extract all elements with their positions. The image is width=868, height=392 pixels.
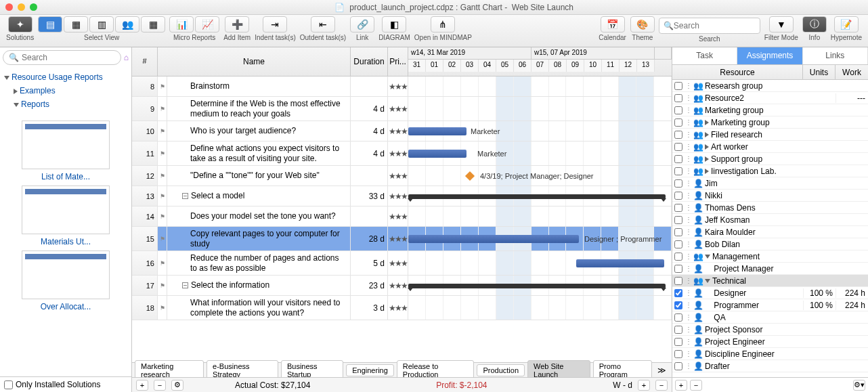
add-item-button[interactable]: ➕	[225, 16, 249, 32]
resource-checkbox[interactable]	[674, 277, 682, 285]
resource-checkbox[interactable]	[674, 301, 682, 309]
resource-row[interactable]: ⋮ 👥 Art worker	[672, 141, 868, 153]
view-calendar[interactable]: ▦	[141, 16, 165, 32]
resource-checkbox[interactable]	[674, 362, 682, 370]
resource-checkbox[interactable]	[674, 143, 682, 151]
task-row[interactable]: 11 ⚑ Define what actions you expect visi…	[132, 141, 672, 166]
task-priority[interactable]: ★★★	[388, 227, 408, 251]
remove-row-button[interactable]: −	[154, 380, 166, 391]
close-window[interactable]	[5, 3, 13, 11]
resource-checkbox[interactable]	[674, 265, 682, 273]
gantt-summary-bar[interactable]	[408, 284, 666, 288]
task-name[interactable]: Brainstorm	[167, 77, 351, 96]
gantt-cell[interactable]: Designer ; Programmer	[408, 227, 672, 251]
task-name[interactable]: Does your model set the tone you want?	[167, 206, 351, 226]
resource-checkbox[interactable]	[674, 106, 682, 114]
sheet-tab[interactable]: Production	[477, 364, 525, 376]
thumb-item[interactable]: Over Allocat...	[22, 251, 110, 311]
task-priority[interactable]: ★★★	[388, 166, 408, 186]
resource-row[interactable]: ⋮ 👤 Discipline Engineer	[672, 348, 868, 360]
resource-checkbox[interactable]	[674, 253, 682, 261]
tree-reports[interactable]: Reports	[4, 97, 127, 111]
resource-checkbox[interactable]	[674, 192, 682, 200]
resource-checkbox[interactable]	[674, 167, 682, 175]
theme-button[interactable]: 🎨	[630, 16, 655, 32]
task-name[interactable]: Reduce the number of pages and actions t…	[167, 251, 351, 275]
header-duration[interactable]: Duration	[351, 47, 388, 76]
task-row[interactable]: 16 ⚑ Reduce the number of pages and acti…	[132, 251, 672, 276]
resource-checkbox[interactable]	[674, 82, 682, 90]
header-work[interactable]: Work	[836, 65, 868, 79]
resource-row[interactable]: ⋮ 👤 Project Manager	[672, 263, 868, 275]
task-row[interactable]: 18 ⚑ What information will your visitors…	[132, 296, 672, 320]
task-priority[interactable]: ★★★	[388, 206, 408, 226]
outdent-button[interactable]: ⇤	[311, 16, 335, 32]
task-priority[interactable]: ★★★	[388, 276, 408, 295]
task-name[interactable]: Select a model	[167, 186, 351, 206]
resource-units[interactable]: 100 %	[803, 301, 836, 310]
left-search-input[interactable]	[22, 53, 115, 62]
calendar-button[interactable]: 📅	[601, 16, 625, 32]
resource-work[interactable]: 224 h	[836, 288, 868, 298]
task-duration[interactable]	[351, 166, 388, 186]
resource-units[interactable]: 100 %	[803, 288, 836, 298]
resource-row[interactable]: ⋮ 👥 Marketing group	[672, 116, 868, 129]
resource-work[interactable]: ---	[836, 93, 868, 103]
task-duration[interactable]: 4 d	[351, 141, 388, 165]
gantt-cell[interactable]	[408, 186, 672, 206]
resource-settings-button[interactable]: ⚙▾	[853, 380, 865, 391]
left-search[interactable]: 🔍	[3, 50, 121, 65]
resource-row[interactable]: ⋮ 👤 Nikki	[672, 190, 868, 202]
task-name[interactable]: Determine if the Web is the most effecti…	[167, 97, 351, 121]
view-grid[interactable]: ▦	[64, 16, 88, 32]
resource-row[interactable]: ⋮ 👤 Programmer 100 % 224 h	[672, 299, 868, 311]
diagram-button[interactable]: ◧	[382, 16, 406, 32]
task-priority[interactable]: ★★★	[388, 97, 408, 121]
settings-button[interactable]: ⚙	[171, 380, 183, 391]
search-input[interactable]	[674, 21, 756, 30]
info-button[interactable]: ⓘ	[802, 16, 827, 32]
resource-row[interactable]: ⋮ 👥 Filed research	[672, 129, 868, 141]
view-gantt[interactable]: ▤	[38, 16, 62, 32]
report-1[interactable]: 📊	[169, 16, 194, 32]
minimize-window[interactable]	[18, 3, 25, 11]
gantt-bar[interactable]	[408, 150, 466, 158]
task-row[interactable]: 10 ⚑ Who is your target audience? 4 d ★★…	[132, 121, 672, 141]
remove-resource-button[interactable]: −	[690, 380, 702, 391]
resource-row[interactable]: ⋮ 👤 Designer 100 % 224 h	[672, 287, 868, 299]
thumb-item[interactable]: List of Mate...	[22, 121, 110, 181]
resource-row[interactable]: ⋮ 👤 Kaira Moulder	[672, 226, 868, 238]
resource-row[interactable]: ⋮ 👤 Thomas Dens	[672, 202, 868, 214]
task-duration[interactable]: 28 d	[351, 227, 388, 251]
thumb-item[interactable]: Materials Ut...	[22, 186, 110, 246]
task-duration[interactable]	[351, 206, 388, 226]
toolbar-search[interactable]: 🔍	[659, 18, 760, 34]
tab-assignments[interactable]: Assignments	[737, 47, 802, 64]
resource-checkbox[interactable]	[674, 155, 682, 163]
resource-checkbox[interactable]	[674, 131, 682, 139]
filter-mode-button[interactable]: ▼	[769, 16, 794, 32]
more-tabs[interactable]: ≫	[655, 366, 669, 375]
tree-root[interactable]: Resource Usage Reports	[4, 70, 127, 84]
task-name[interactable]: "Define a ""tone"" for your Web site"	[167, 166, 351, 186]
resource-row[interactable]: ⋮ 👤 Jim	[672, 177, 868, 190]
resource-work[interactable]: 224 h	[836, 301, 868, 310]
resource-row[interactable]: ⋮ 👥 Support group	[672, 153, 868, 165]
resource-row[interactable]: ⋮ 👤 Project Sponsor	[672, 324, 868, 336]
resource-checkbox[interactable]	[674, 289, 682, 297]
report-2[interactable]: 📈	[195, 16, 219, 32]
resource-row[interactable]: ⋮ 👤 Project Engineer	[672, 336, 868, 348]
header-priority[interactable]: Pri...	[388, 47, 408, 76]
resource-row[interactable]: ⋮ 👤 Jeff Kosman	[672, 214, 868, 226]
task-priority[interactable]: ★★★	[388, 186, 408, 206]
header-num[interactable]: #	[132, 47, 158, 76]
gantt-bar[interactable]	[408, 235, 579, 243]
gantt-cell[interactable]	[408, 206, 672, 226]
task-duration[interactable]: 4 d	[351, 121, 388, 141]
gantt-cell[interactable]: Marketer	[408, 121, 672, 141]
hypernote-button[interactable]: 📝	[834, 16, 859, 32]
only-installed-checkbox[interactable]	[4, 380, 13, 389]
task-duration[interactable]: 5 d	[351, 251, 388, 275]
tab-links[interactable]: Links	[803, 47, 868, 64]
tab-task[interactable]: Task	[672, 47, 737, 64]
